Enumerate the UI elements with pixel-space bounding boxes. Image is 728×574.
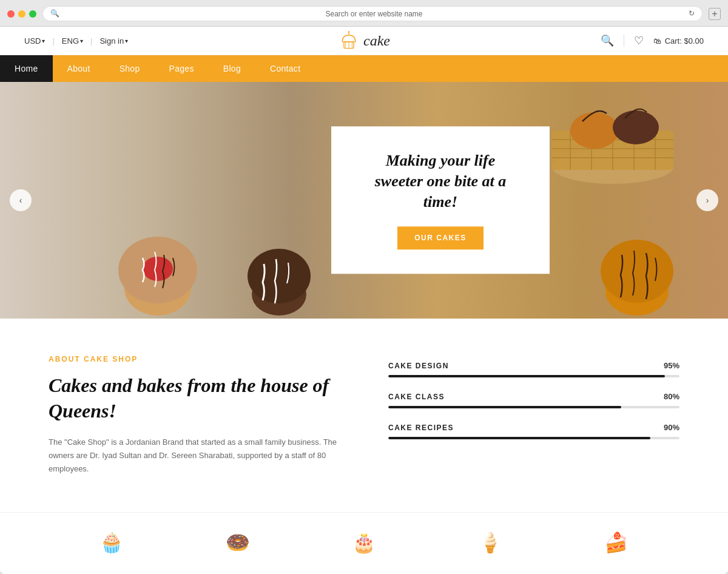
hero-section: Making your life sweeter one bite at a t… [0,82,728,319]
skill-fill [388,375,665,377]
new-tab-button[interactable]: + [709,8,721,20]
skill-fill [388,437,650,439]
browser-window: 🔍 Search or enter website name ↻ + USD ▾… [0,0,728,574]
basket-icon [546,94,679,185]
skill-name: CAKE CLASS [388,393,445,401]
maximize-button[interactable] [29,10,36,18]
skill-item: CAKE CLASS 80% [388,392,679,408]
skill-percent: 90% [664,423,679,432]
muffin-left-icon [109,197,206,319]
currency-label: USD [24,36,41,46]
strip-icon-3: 🎂 [352,531,376,554]
muffin-center-icon [243,215,315,319]
svg-point-7 [143,257,173,281]
traffic-lights [7,10,36,18]
currency-selector[interactable]: USD ▾ [24,36,45,46]
about-section: ABOUT CAKE SHOP Cakes and bakes from the… [0,319,728,512]
separator-1: | [52,36,54,46]
strip-icon-1: 🧁 [99,531,124,554]
muffin-right-icon [595,203,679,319]
top-bar: USD ▾ | ENG ▾ | Sign in ▾ [0,27,728,55]
address-text: Search or enter website name [63,10,685,18]
about-title: Cakes and bakes from the house of Queens… [49,373,340,424]
nav-item-blog[interactable]: Blog [209,55,255,82]
carousel-prev-button[interactable]: ‹ [10,189,32,211]
language-label: ENG [62,36,79,46]
svg-point-9 [248,249,311,303]
skill-name: CAKE DESIGN [388,362,449,370]
language-selector[interactable]: ENG ▾ [62,36,83,46]
skill-track [388,437,679,439]
search-icon: 🔍 [50,9,59,18]
about-label: ABOUT CAKE SHOP [49,355,340,363]
search-button[interactable]: 🔍 [601,34,614,47]
hero-content-card: Making your life sweeter one bite at a t… [331,126,550,274]
skill-item: CAKE RECIPES 90% [388,423,679,439]
nav-item-home[interactable]: Home [0,55,53,82]
separator-2: | [90,36,92,46]
hero-title: Making your life sweeter one bite at a t… [362,150,519,212]
address-bar[interactable]: 🔍 Search or enter website name ↻ [42,6,703,21]
about-skills-panel: CAKE DESIGN 95% CAKE CLASS 80% CAKE RECI… [388,355,679,454]
cart-label: Cart: $0.00 [665,36,704,46]
skill-track [388,406,679,408]
about-text: The "Cake Shop" is a Jordanian Brand tha… [49,436,340,476]
skill-track [388,375,679,377]
strip-icon-2: 🍩 [226,531,250,554]
signin-chevron: ▾ [125,38,128,44]
strip-icon-4: 🍦 [478,531,502,554]
skill-name: CAKE RECIPES [388,424,454,432]
nav-item-shop[interactable]: Shop [105,55,155,82]
svg-point-1 [348,31,350,33]
logo-text: cake [363,33,390,49]
skill-fill [388,406,621,408]
site-logo[interactable]: cake [338,30,390,52]
cart-icon: 🛍 [653,36,661,46]
currency-chevron: ▾ [42,38,45,44]
wishlist-button[interactable]: ♡ [634,34,644,47]
minimize-button[interactable] [18,10,25,18]
nav-item-pages[interactable]: Pages [155,55,209,82]
skill-percent: 80% [664,392,679,401]
strip-icon-5: 🍰 [604,531,629,554]
close-button[interactable] [7,10,15,18]
skill-percent: 95% [664,361,679,370]
signin-label: Sign in [99,36,124,46]
about-left-panel: ABOUT CAKE SHOP Cakes and bakes from the… [49,355,340,476]
carousel-next-button[interactable]: › [696,189,718,211]
logo-cupcake-icon [338,30,360,52]
nav-item-contact[interactable]: Contact [255,55,315,82]
svg-point-11 [601,240,673,303]
top-left-controls: USD ▾ | ENG ▾ | Sign in ▾ [24,36,128,46]
icons-strip: 🧁 🍩 🎂 🍦 🍰 [0,512,728,572]
svg-point-23 [613,110,659,144]
our-cakes-button[interactable]: OUR CAKES [397,227,484,250]
svg-point-22 [570,112,619,149]
nav-item-about[interactable]: About [53,55,105,82]
website-content: USD ▾ | ENG ▾ | Sign in ▾ [0,27,728,572]
language-chevron: ▾ [80,38,83,44]
main-nav: Home About Shop Pages Blog Contact [0,55,728,82]
cart-button[interactable]: 🛍 Cart: $0.00 [653,36,704,46]
signin-link[interactable]: Sign in ▾ [99,36,128,46]
skill-item: CAKE DESIGN 95% [388,361,679,377]
reload-icon: ↻ [689,9,695,18]
browser-chrome: 🔍 Search or enter website name ↻ + [0,0,728,27]
icon-divider [624,35,624,47]
top-right-controls: 🔍 ♡ 🛍 Cart: $0.00 [601,34,704,47]
